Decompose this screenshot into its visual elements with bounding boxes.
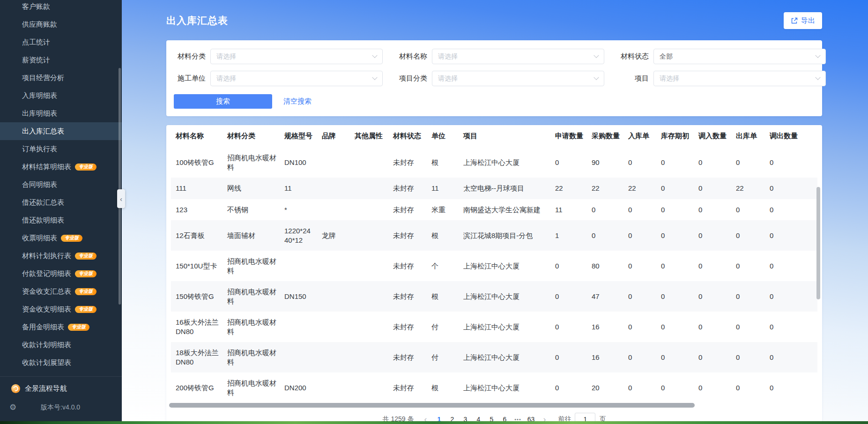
sidebar-item[interactable]: 订单执行表 xyxy=(0,140,122,158)
table-row[interactable]: 123不锈钢*未封存米重南钢盛达大学生公寓新建11000000 xyxy=(171,199,817,221)
table-row[interactable]: 111网线11未封存11太空电梯--月球项目22222200220 xyxy=(171,178,817,199)
table-cell: 123 xyxy=(171,199,223,221)
table-cell: 0 xyxy=(732,147,766,178)
column-header[interactable]: 单位 xyxy=(428,125,460,147)
table-cell xyxy=(318,281,351,312)
sidebar-item-label: 借还款明细表 xyxy=(22,216,64,225)
gear-icon[interactable]: ⚙ xyxy=(9,402,16,412)
column-header[interactable]: 入库单 xyxy=(624,125,657,147)
table-row[interactable]: 18板大外法兰DN80招商机电水暖材料未封存付上海松江中心大厦01600000 xyxy=(171,342,817,372)
sidebar-item-label: 供应商账款 xyxy=(22,20,57,29)
page-ellipsis[interactable]: ••• xyxy=(511,413,524,421)
sidebar-scrollbar[interactable] xyxy=(119,68,121,305)
sidebar-item[interactable]: 合同明细表 xyxy=(0,176,122,193)
sidebar-item-label: 付款登记明细表 xyxy=(22,269,71,278)
export-button[interactable]: 导出 xyxy=(784,12,822,29)
column-header[interactable]: 品牌 xyxy=(318,125,351,147)
filter-select[interactable]: 请选择 xyxy=(210,71,383,86)
horizontal-scrollbar[interactable] xyxy=(169,403,695,408)
page-jump-input[interactable] xyxy=(575,413,595,421)
version-label: 版本号:v4.0.0 xyxy=(16,403,104,412)
table-cell xyxy=(351,281,389,312)
process-nav-item[interactable]: 全景流程导航 xyxy=(0,384,122,393)
column-header[interactable]: 材料状态 xyxy=(389,125,428,147)
sidebar-item[interactable]: 收票明细表专业版 xyxy=(0,229,122,247)
sidebar-item[interactable]: 出库明细表 xyxy=(0,104,122,122)
table-cell: 150铸铁管G xyxy=(171,281,223,312)
column-header[interactable]: 采购数量 xyxy=(588,125,624,147)
page-button[interactable]: 1 xyxy=(432,413,445,421)
table-row[interactable]: 16板大外法兰DN80招商机电水暖材料未封存付上海松江中心大厦01600000 xyxy=(171,312,817,342)
column-header[interactable]: 调出数量 xyxy=(766,125,817,147)
filter-label: 项目 xyxy=(617,74,649,83)
table-cell: 未封存 xyxy=(389,312,428,342)
filter-select[interactable]: 请选择 xyxy=(653,71,826,86)
page-button[interactable]: 63 xyxy=(524,413,537,421)
sidebar-item[interactable]: 供应商账款 xyxy=(0,15,122,33)
column-header[interactable]: 调入数量 xyxy=(695,125,732,147)
column-header[interactable]: 申请数量 xyxy=(551,125,588,147)
table-row[interactable]: 12石膏板墙面辅材1220*2440*12龙牌未封存根滨江花城8期项目-分包10… xyxy=(171,220,817,251)
sidebar-item[interactable]: 客户账款 xyxy=(0,0,122,15)
sidebar-item[interactable]: 材料计划执行表专业版 xyxy=(0,247,122,265)
table-cell xyxy=(318,312,351,342)
sidebar-item[interactable]: 资金收支明细表专业版 xyxy=(0,300,122,318)
column-header[interactable]: 规格型号 xyxy=(281,125,318,147)
table-row[interactable]: 200铸铁管G招商机电水暖材料DN200未封存根上海松江中心大厦02000000 xyxy=(171,372,817,402)
table-row[interactable]: 150铸铁管G招商机电水暖材料DN150未封存根上海松江中心大厦04700000 xyxy=(171,281,817,312)
page-button[interactable]: 3 xyxy=(459,413,472,421)
table-cell xyxy=(318,342,351,372)
table-row[interactable]: 100铸铁管G招商机电水暖材料DN100未封存根上海松江中心大厦09000000 xyxy=(171,147,817,178)
table-cell: 0 xyxy=(695,220,732,251)
sidebar-collapse-handle[interactable]: ‹ xyxy=(117,189,125,208)
table-cell: 上海松江中心大厦 xyxy=(460,281,551,312)
table-cell: 0 xyxy=(695,312,732,342)
table-cell: 0 xyxy=(624,220,657,251)
sidebar-item-label: 材料结算明细表 xyxy=(22,163,71,171)
column-header[interactable]: 其他属性 xyxy=(351,125,389,147)
filter-select[interactable]: 请选择 xyxy=(432,49,604,64)
pro-badge: 专业版 xyxy=(75,164,96,171)
sidebar-item[interactable]: 付款登记明细表专业版 xyxy=(0,265,122,283)
next-page-button[interactable]: › xyxy=(539,415,549,421)
filter-select[interactable]: 请选择 xyxy=(432,71,604,86)
page-button[interactable]: 5 xyxy=(485,413,498,421)
sidebar-item[interactable]: 备用金明细表专业版 xyxy=(0,318,122,336)
sidebar-item[interactable]: 入库明细表 xyxy=(0,87,122,104)
table-row[interactable]: 150*10U型卡招商机电水暖材料未封存个上海松江中心大厦08000000 xyxy=(171,251,817,281)
column-header[interactable]: 库存期初 xyxy=(657,125,695,147)
sidebar-item[interactable]: 薪资统计 xyxy=(0,51,122,69)
sidebar-item[interactable]: 收款计划展望表 xyxy=(0,354,122,372)
sidebar-item[interactable]: 借还款明细表 xyxy=(0,211,122,229)
sidebar-item-active[interactable]: 出入库汇总表 xyxy=(0,122,122,140)
search-button[interactable]: 搜索 xyxy=(174,94,272,109)
chevron-down-icon xyxy=(815,74,820,80)
sidebar-item[interactable]: 资金收支汇总表专业版 xyxy=(0,283,122,300)
table-cell: 付 xyxy=(428,342,460,372)
column-header[interactable]: 材料分类 xyxy=(223,125,281,147)
column-header[interactable]: 项目 xyxy=(460,125,551,147)
sidebar-item[interactable]: 收款计划明细表 xyxy=(0,336,122,354)
chevron-down-icon xyxy=(372,74,377,80)
page-button[interactable]: 6 xyxy=(498,413,511,421)
filter-select[interactable]: 全部 xyxy=(653,49,826,64)
table-cell xyxy=(318,372,351,402)
page-button[interactable]: 4 xyxy=(472,413,485,421)
chevron-down-icon xyxy=(594,74,599,80)
sidebar-item[interactable]: 借还款汇总表 xyxy=(0,193,122,211)
sidebar-item[interactable]: 点工统计 xyxy=(0,33,122,51)
table-header-row: 材料名称材料分类规格型号品牌其他属性材料状态单位项目申请数量采购数量入库单库存期… xyxy=(171,125,817,147)
column-header[interactable]: 出库单 xyxy=(732,125,766,147)
table-cell: 12石膏板 xyxy=(171,220,223,251)
column-header[interactable]: 材料名称 xyxy=(171,125,223,147)
sidebar-item[interactable]: 项目经营分析 xyxy=(0,69,122,87)
page-button[interactable]: 2 xyxy=(445,413,459,421)
sidebar-item[interactable]: 材料结算明细表专业版 xyxy=(0,158,122,176)
clear-search-link[interactable]: 清空搜索 xyxy=(283,97,312,106)
sidebar-item-label: 收款计划展望表 xyxy=(22,358,71,367)
select-value: 请选择 xyxy=(438,74,458,83)
filter-select[interactable]: 请选择 xyxy=(210,49,383,64)
vertical-scrollbar[interactable] xyxy=(816,187,820,299)
table-cell: 0 xyxy=(766,251,817,281)
prev-page-button[interactable]: ‹ xyxy=(420,415,430,421)
